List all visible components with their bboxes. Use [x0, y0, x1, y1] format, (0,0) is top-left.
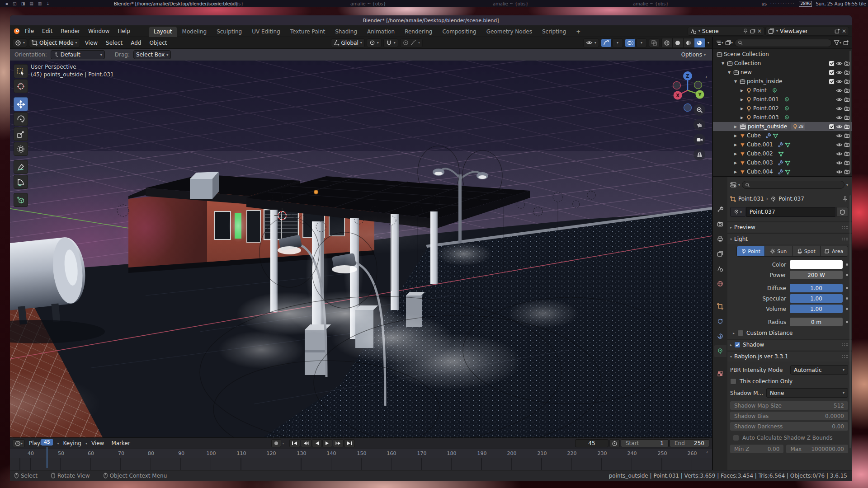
menu-keying[interactable]: Keying [60, 439, 85, 448]
outliner-row-cube-001[interactable]: ▶ Cube.001 [713, 140, 852, 149]
orientation-dropdown[interactable]: Default▾ [51, 50, 105, 59]
expand-arrow-icon[interactable]: ▼ [720, 61, 726, 66]
tool-scale[interactable] [14, 127, 28, 141]
properties-editor-type-button[interactable] [730, 182, 736, 188]
shading-rendered-button[interactable] [694, 38, 705, 47]
timeline-ruler[interactable]: 40 50 60 70 80 90 100 110 120 130 140 15… [10, 449, 712, 458]
tab-rendering[interactable]: Rendering [400, 27, 437, 37]
tab-sculpting[interactable]: Sculpting [212, 27, 246, 37]
scene-selector[interactable]: ▾ Scene ✕ [688, 27, 764, 36]
expand-arrow-icon[interactable]: ▼ [726, 70, 732, 75]
menu-help[interactable]: Help [114, 27, 133, 36]
timeline-playhead[interactable] [47, 447, 47, 468]
outliner-row-cube-004[interactable]: ▶ Cube.004 [713, 167, 852, 176]
funnel-icon[interactable]: ▾ [834, 40, 841, 46]
outliner-editor-type-button[interactable]: ▾ [725, 40, 733, 46]
outliner-display-mode-dropdown[interactable]: ▾ [716, 40, 723, 46]
overlays-options-dropdown[interactable]: ▾ [636, 38, 647, 47]
view-layer-selector[interactable]: ▾ ViewLayer ✕ [765, 27, 849, 36]
shadow-mode-dropdown[interactable]: None▾ [766, 388, 848, 398]
outliner-search-input[interactable] [745, 40, 829, 46]
expand-arrow-icon[interactable]: ▶ [739, 98, 745, 102]
properties-search-input[interactable] [752, 182, 841, 188]
hide-eye-icon[interactable] [836, 70, 843, 75]
tool-measure[interactable] [14, 175, 28, 189]
shadow-darkness-field[interactable]: Shadow Darkness0.00 [730, 422, 848, 431]
expand-arrow-icon[interactable]: ▶ [733, 161, 738, 165]
keyboard-layout-indicator[interactable]: us [761, 1, 767, 6]
tab-geometry-nodes[interactable]: Geometry Nodes [482, 27, 537, 37]
taskbar-workspace[interactable]: amalie ~ {obs} [493, 1, 528, 6]
outliner-row-point-002[interactable]: ▶ Point.002 [713, 104, 852, 113]
add-workspace-button[interactable]: + [571, 27, 585, 37]
hide-eye-icon[interactable] [836, 133, 843, 139]
hide-eye-icon[interactable] [836, 142, 843, 148]
tab-object[interactable] [714, 300, 726, 312]
tab-texture-paint[interactable]: Texture Paint [286, 27, 330, 37]
snap-options-dropdown[interactable]: ▾ [394, 41, 396, 45]
tab-object-data[interactable] [714, 345, 726, 357]
light-type-point[interactable]: Point [737, 246, 765, 256]
animate-dot[interactable] [846, 287, 848, 289]
taskbar-window-icons[interactable]: ▪◱◨▤▥⇣ [0, 1, 55, 6]
custom-distance-checkbox[interactable] [737, 330, 744, 336]
tab-constraints[interactable] [714, 315, 726, 327]
expand-arrow-icon[interactable]: ▶ [733, 134, 738, 138]
properties-options-dropdown[interactable]: ▾ [846, 183, 848, 187]
tool-add-primitive[interactable] [14, 193, 28, 207]
frame-end-field[interactable]: End250 [670, 439, 709, 447]
expand-arrow-icon[interactable]: ▼ [733, 80, 738, 84]
tab-physics[interactable] [714, 330, 726, 342]
light-type-area[interactable]: Area [821, 246, 848, 256]
outliner-row-point-001[interactable]: ▶ Point.001 [713, 95, 852, 104]
pbr-intensity-mode-dropdown[interactable]: Automatic▾ [790, 365, 848, 375]
shadow-bias-field[interactable]: Shadow Bias0.0000 [730, 412, 848, 420]
remove-view-layer-icon[interactable]: ✕ [842, 28, 846, 34]
outliner-row-cube-003[interactable]: ▶ Cube.003 [713, 158, 852, 167]
tab-modeling[interactable]: Modeling [178, 27, 212, 37]
fake-user-toggle[interactable] [836, 207, 848, 217]
blender-logo-icon[interactable] [13, 27, 20, 35]
toggle-perspective-button[interactable] [693, 149, 705, 160]
current-frame-field[interactable]: 45 [575, 439, 609, 447]
menu-select[interactable]: Select [103, 38, 126, 47]
auto-keying-toggle[interactable] [271, 439, 281, 447]
transform-orientation-dropdown[interactable]: Global▾ [331, 38, 365, 47]
menu-object[interactable]: Object [146, 38, 170, 47]
pin-icon[interactable] [842, 196, 848, 202]
timeline-editor-type-button[interactable]: ▾ [13, 439, 25, 447]
jump-to-start-button[interactable] [289, 439, 300, 447]
light-radius-field[interactable]: 0 m [790, 318, 843, 326]
properties-scrollbar[interactable] [849, 195, 851, 448]
exclude-checkbox[interactable] [829, 61, 835, 66]
browse-light-data-dropdown[interactable]: ▾ [730, 207, 745, 217]
current-frame-badge[interactable]: 45 [41, 439, 53, 446]
auto-keying-dropdown[interactable]: ▾ [282, 441, 284, 446]
exclude-checkbox[interactable] [829, 124, 835, 130]
expand-arrow-icon[interactable]: ▶ [733, 125, 738, 129]
timeline-track[interactable] [10, 458, 712, 470]
max-z-field[interactable]: Max1000000.00 [786, 445, 848, 453]
custom-distance-subpanel[interactable]: ▸ Custom Distance [733, 328, 848, 338]
systray-icons[interactable]: ·········· [770, 2, 795, 6]
taskbar-workspace[interactable]: amalie ~ {obs} [350, 1, 386, 6]
previous-keyframe-button[interactable] [301, 439, 311, 447]
tool-move[interactable] [14, 97, 28, 111]
auto-calculate-shadow-z-checkbox[interactable] [733, 435, 739, 441]
expand-arrow-icon[interactable]: ▶ [733, 152, 738, 156]
xray-toggle[interactable] [649, 38, 660, 47]
exclude-checkbox[interactable] [829, 79, 835, 84]
menu-view[interactable]: View [88, 439, 107, 448]
min-z-field[interactable]: Min Z0.00 [730, 445, 783, 453]
outliner-row-cube[interactable]: ▶ Cube [713, 131, 852, 140]
tab-scene[interactable] [714, 263, 726, 275]
outliner-row-point-003[interactable]: ▶ Point.003 [713, 113, 852, 122]
properties-search[interactable] [742, 181, 844, 189]
expand-arrow-icon[interactable]: ▶ [733, 143, 738, 147]
tool-transform[interactable] [14, 142, 28, 156]
light-type-spot[interactable]: Spot [793, 246, 821, 256]
tab-tool[interactable] [714, 203, 726, 215]
editor-type-button[interactable]: ▾ [13, 38, 27, 47]
outliner-row-points-outside[interactable]: ▶ points_outside 28 [713, 122, 852, 131]
animate-dot[interactable] [846, 321, 848, 323]
